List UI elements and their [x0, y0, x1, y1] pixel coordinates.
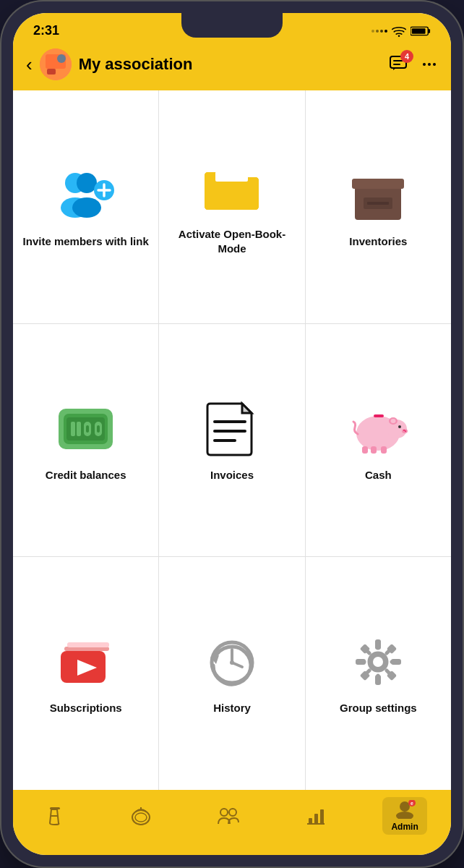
svg-point-85 [135, 813, 147, 822]
invoices-item[interactable]: Invoices [159, 324, 304, 557]
battery-icon [411, 26, 431, 36]
svg-point-45 [390, 419, 395, 423]
svg-rect-90 [309, 818, 312, 824]
invite-members-label: Invite members with link [23, 234, 149, 249]
inventories-label: Inventories [349, 234, 407, 249]
svg-point-1 [376, 30, 379, 33]
svg-point-4 [398, 35, 400, 37]
svg-point-62 [230, 660, 234, 665]
phone-frame: 2:31 [0, 0, 464, 868]
svg-rect-33 [71, 422, 75, 436]
svg-rect-29 [367, 202, 389, 205]
header: ‹ My association [13, 43, 451, 90]
nav-item-members[interactable] [208, 804, 249, 828]
invite-icon [53, 166, 119, 224]
avatar [40, 48, 72, 80]
main-grid: Invite members with link A [13, 90, 451, 790]
inventories-item[interactable]: Inventories [306, 90, 451, 323]
signal-dots-icon [371, 27, 387, 35]
svg-rect-10 [47, 69, 56, 75]
drink-icon [46, 806, 64, 826]
group-settings-item[interactable]: Group settings [306, 557, 451, 790]
svg-point-3 [384, 30, 387, 33]
header-actions: 4 [389, 54, 438, 75]
invoice-icon [199, 400, 265, 458]
credit-balances-label: Credit balances [46, 468, 126, 482]
svg-rect-92 [320, 809, 324, 824]
svg-rect-51 [362, 446, 368, 454]
svg-rect-77 [391, 659, 401, 665]
svg-point-48 [403, 430, 405, 431]
svg-point-46 [398, 425, 401, 428]
chat-icon-wrap[interactable]: 4 [389, 54, 409, 75]
svg-rect-56 [67, 642, 109, 647]
food-icon [130, 806, 152, 826]
credit-icon [53, 400, 119, 458]
back-button[interactable]: ‹ [26, 54, 33, 76]
activate-openbook-item[interactable]: Activate Open-Book-Mode [159, 90, 304, 323]
invite-members-item[interactable]: Invite members with link [13, 90, 158, 323]
svg-point-16 [428, 63, 431, 66]
history-item[interactable]: History [159, 557, 304, 790]
svg-point-93 [400, 801, 410, 812]
svg-rect-74 [375, 639, 381, 650]
admin-icon: e [394, 800, 416, 819]
more-button[interactable] [421, 56, 438, 73]
wifi-icon [392, 25, 406, 37]
nav-item-admin[interactable]: e Admin [382, 797, 426, 835]
activate-openbook-label: Activate Open-Book-Mode [166, 227, 297, 255]
nav-item-stats[interactable] [297, 804, 335, 828]
members-icon [217, 807, 240, 825]
invoices-label: Invoices [210, 468, 254, 482]
cash-label: Cash [365, 468, 392, 482]
subscriptions-item[interactable]: Subscriptions [13, 557, 158, 790]
box-icon [345, 166, 411, 224]
phone-screen: 2:31 [13, 13, 451, 855]
folder-icon [199, 159, 265, 217]
svg-text:e: e [411, 801, 413, 806]
svg-rect-52 [371, 446, 377, 454]
svg-point-17 [433, 63, 436, 66]
svg-rect-38 [97, 425, 100, 433]
notch [181, 13, 283, 38]
more-icon [421, 56, 438, 73]
svg-point-49 [405, 430, 406, 432]
svg-point-94 [396, 812, 413, 819]
group-settings-label: Group settings [340, 701, 417, 715]
credit-balances-item[interactable]: Credit balances [13, 324, 158, 557]
svg-rect-34 [77, 422, 81, 436]
svg-point-2 [380, 30, 383, 33]
admin-nav-label: Admin [391, 822, 418, 832]
history-icon [199, 633, 265, 691]
svg-point-21 [72, 197, 101, 218]
svg-point-73 [373, 657, 383, 667]
subscriptions-icon [53, 633, 119, 691]
piggy-icon [345, 400, 411, 458]
svg-rect-53 [381, 446, 387, 454]
svg-rect-25 [215, 171, 248, 182]
svg-point-0 [371, 30, 374, 33]
svg-rect-27 [352, 179, 404, 189]
svg-rect-7 [412, 28, 426, 33]
history-label: History [213, 701, 251, 715]
nav-item-food[interactable] [121, 803, 160, 829]
svg-rect-76 [356, 659, 366, 665]
svg-point-88 [229, 809, 236, 816]
nav-item-drinks[interactable] [37, 803, 73, 829]
subscriptions-label: Subscriptions [50, 701, 122, 715]
status-icons [371, 25, 431, 37]
svg-rect-75 [375, 675, 381, 685]
svg-rect-91 [314, 814, 318, 824]
status-time: 2:31 [33, 23, 59, 38]
notification-badge: 4 [400, 50, 413, 63]
svg-point-20 [77, 173, 97, 193]
svg-rect-50 [374, 414, 384, 417]
svg-point-11 [57, 54, 66, 63]
svg-rect-36 [86, 425, 89, 433]
cash-item[interactable]: Cash [306, 324, 451, 557]
settings-icon [345, 633, 411, 691]
svg-rect-6 [428, 29, 430, 33]
svg-point-87 [220, 809, 228, 816]
stats-icon [306, 807, 326, 825]
svg-point-15 [423, 63, 426, 66]
